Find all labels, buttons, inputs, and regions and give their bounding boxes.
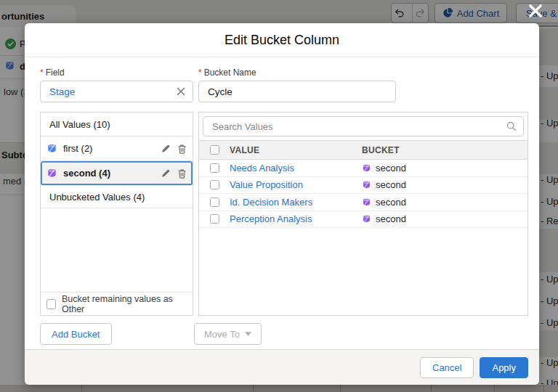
modal-header: Edit Bucket Column	[25, 23, 539, 57]
field-label: *Field	[40, 68, 193, 78]
edit-icon[interactable]	[161, 144, 171, 153]
edit-bucket-column-modal: Edit Bucket Column *Field Stage	[25, 23, 539, 385]
table-row: Needs Analysis second	[199, 160, 527, 177]
unbucketed-values-item[interactable]: Unbucketed Values (4)	[41, 186, 193, 208]
buckets-list-panel: All Values (10) first (2)	[40, 112, 193, 316]
bucket-remaining-row: Bucket remaining values as Other	[41, 292, 193, 315]
modal-footer: Cancel Apply	[25, 349, 539, 385]
delete-icon[interactable]	[177, 144, 187, 154]
field-combobox[interactable]: Stage	[40, 81, 193, 102]
field-inputs-row: *Field Stage *Bucket Name	[40, 68, 528, 102]
cancel-button[interactable]: Cancel	[420, 357, 474, 378]
row-bucket-label: second	[376, 197, 406, 208]
value-link[interactable]: Value Proposition	[230, 179, 362, 190]
bucket-item-actions	[161, 168, 187, 179]
required-marker: *	[40, 68, 44, 78]
move-to-button[interactable]: Move To	[194, 323, 262, 345]
bucket-item-label: first (2)	[63, 143, 92, 154]
row-bucket-label: second	[376, 163, 406, 173]
values-panel: VALUE BUCKET Needs Analysis second Val	[198, 112, 528, 316]
bucket-remaining-label: Bucket remaining values as Other	[62, 294, 187, 314]
modal-body: *Field Stage *Bucket Name	[25, 57, 539, 349]
buckets-list-empty-space	[41, 208, 193, 292]
field-group: *Field Stage	[40, 68, 193, 102]
field-value: Stage	[49, 86, 177, 97]
bucket-name-input[interactable]	[198, 81, 396, 102]
bucket-item-label: second (4)	[63, 168, 110, 179]
close-icon[interactable]	[525, 1, 546, 21]
bucket-icon	[46, 143, 57, 154]
apply-button[interactable]: Apply	[480, 357, 528, 378]
bucket-item-second[interactable]: second (4)	[41, 161, 193, 186]
panel-actions: Add Bucket Move To	[40, 323, 528, 345]
screen: ortunities	[0, 0, 558, 392]
bucket-icon	[362, 180, 371, 189]
row-checkbox[interactable]	[210, 214, 219, 224]
bucket-item-actions	[161, 144, 187, 154]
chevron-down-icon	[245, 332, 251, 336]
add-bucket-button[interactable]: Add Bucket	[40, 323, 112, 345]
row-checkbox[interactable]	[210, 197, 219, 207]
required-marker: *	[198, 68, 202, 78]
value-column-header: VALUE	[230, 145, 362, 155]
bucket-name-group: *Bucket Name	[198, 68, 396, 102]
bucket-column-header: BUCKET	[362, 145, 527, 155]
delete-icon[interactable]	[177, 168, 187, 179]
bucket-item-first[interactable]: first (2)	[41, 136, 193, 161]
value-link[interactable]: Id. Decision Makers	[230, 197, 362, 208]
edit-icon[interactable]	[161, 168, 171, 178]
all-values-item[interactable]: All Values (10)	[41, 113, 193, 136]
modal-title: Edit Bucket Column	[225, 33, 339, 48]
value-link[interactable]: Perception Analysis	[230, 213, 362, 224]
row-checkbox[interactable]	[210, 180, 219, 189]
row-checkbox[interactable]	[210, 163, 219, 173]
search-values-wrap	[199, 113, 527, 140]
bucket-icon	[362, 214, 371, 224]
value-link[interactable]: Needs Analysis	[230, 163, 362, 173]
row-bucket-label: second	[376, 179, 406, 190]
values-table-header: VALUE BUCKET	[199, 140, 527, 160]
bucket-name-label: *Bucket Name	[198, 68, 396, 78]
search-icon	[506, 121, 517, 131]
table-row: Value Proposition second	[199, 177, 527, 195]
bucket-remaining-checkbox[interactable]	[46, 299, 56, 309]
row-bucket-label: second	[376, 213, 406, 224]
table-row: Perception Analysis second	[199, 211, 527, 229]
search-values-input[interactable]	[203, 116, 524, 136]
clear-field-icon[interactable]	[177, 87, 185, 96]
table-row: Id. Decision Makers second	[199, 194, 527, 211]
bucket-icon	[362, 163, 371, 173]
select-all-checkbox[interactable]	[210, 145, 219, 155]
bucket-panels: All Values (10) first (2)	[40, 112, 528, 316]
bucket-icon	[46, 168, 57, 179]
bucket-icon	[362, 197, 371, 207]
